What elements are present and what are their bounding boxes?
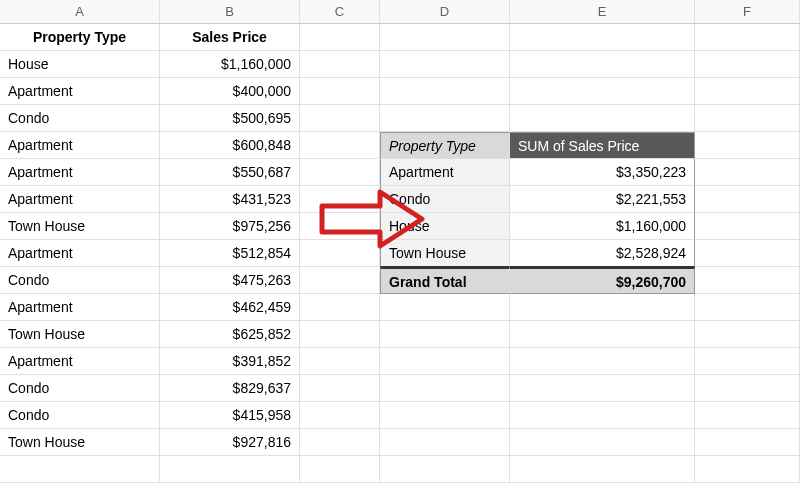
source-cell-type[interactable]: Apartment	[0, 348, 160, 375]
empty-cell[interactable]	[695, 321, 800, 348]
source-cell-type[interactable]: Apartment	[0, 240, 160, 267]
source-cell-price[interactable]: $462,459	[160, 294, 300, 321]
empty-cell[interactable]	[695, 159, 800, 186]
empty-cell[interactable]	[695, 267, 800, 294]
empty-cell[interactable]	[0, 456, 160, 483]
empty-cell[interactable]	[300, 402, 380, 429]
pivot-row-label[interactable]: House	[380, 213, 510, 240]
empty-cell[interactable]	[695, 78, 800, 105]
empty-cell[interactable]	[510, 402, 695, 429]
empty-cell[interactable]	[695, 51, 800, 78]
source-cell-type[interactable]: Apartment	[0, 159, 160, 186]
pivot-row-label[interactable]: Apartment	[380, 159, 510, 186]
pivot-row-value[interactable]: $1,160,000	[510, 213, 695, 240]
pivot-grand-total-label[interactable]: Grand Total	[380, 267, 510, 294]
pivot-row-label[interactable]: Town House	[380, 240, 510, 267]
empty-cell[interactable]	[380, 321, 510, 348]
source-cell-price[interactable]: $927,816	[160, 429, 300, 456]
source-cell-type[interactable]: Town House	[0, 321, 160, 348]
empty-cell[interactable]	[380, 24, 510, 51]
pivot-header-sum[interactable]: SUM of Sales Price	[510, 132, 695, 159]
empty-cell[interactable]	[300, 78, 380, 105]
empty-cell[interactable]	[380, 375, 510, 402]
empty-cell[interactable]	[300, 132, 380, 159]
empty-cell[interactable]	[380, 294, 510, 321]
empty-cell[interactable]	[695, 240, 800, 267]
source-cell-type[interactable]: Condo	[0, 267, 160, 294]
col-header-a[interactable]: A	[0, 0, 160, 24]
empty-cell[interactable]	[695, 213, 800, 240]
empty-cell[interactable]	[510, 348, 695, 375]
empty-cell[interactable]	[300, 159, 380, 186]
pivot-row-value[interactable]: $2,528,924	[510, 240, 695, 267]
empty-cell[interactable]	[510, 456, 695, 483]
empty-cell[interactable]	[300, 267, 380, 294]
empty-cell[interactable]	[510, 294, 695, 321]
source-cell-type[interactable]: Town House	[0, 213, 160, 240]
empty-cell[interactable]	[380, 429, 510, 456]
source-cell-type[interactable]: Town House	[0, 429, 160, 456]
source-header-type[interactable]: Property Type	[0, 24, 160, 51]
empty-cell[interactable]	[510, 78, 695, 105]
empty-cell[interactable]	[510, 24, 695, 51]
empty-cell[interactable]	[300, 375, 380, 402]
source-header-price[interactable]: Sales Price	[160, 24, 300, 51]
empty-cell[interactable]	[510, 51, 695, 78]
source-cell-price[interactable]: $500,695	[160, 105, 300, 132]
source-cell-price[interactable]: $512,854	[160, 240, 300, 267]
empty-cell[interactable]	[300, 51, 380, 78]
source-cell-type[interactable]: Condo	[0, 375, 160, 402]
col-header-f[interactable]: F	[695, 0, 800, 24]
source-cell-price[interactable]: $829,637	[160, 375, 300, 402]
empty-cell[interactable]	[300, 105, 380, 132]
source-cell-price[interactable]: $400,000	[160, 78, 300, 105]
empty-cell[interactable]	[695, 294, 800, 321]
empty-cell[interactable]	[300, 429, 380, 456]
empty-cell[interactable]	[510, 429, 695, 456]
empty-cell[interactable]	[380, 78, 510, 105]
pivot-grand-total-value[interactable]: $9,260,700	[510, 267, 695, 294]
source-cell-price[interactable]: $431,523	[160, 186, 300, 213]
source-cell-type[interactable]: Apartment	[0, 294, 160, 321]
empty-cell[interactable]	[695, 429, 800, 456]
col-header-c[interactable]: C	[300, 0, 380, 24]
spreadsheet-grid[interactable]: A B C D E F Property Type Sales Price Ho…	[0, 0, 800, 483]
empty-cell[interactable]	[300, 186, 380, 213]
empty-cell[interactable]	[300, 213, 380, 240]
col-header-e[interactable]: E	[510, 0, 695, 24]
empty-cell[interactable]	[300, 294, 380, 321]
source-cell-price[interactable]: $1,160,000	[160, 51, 300, 78]
empty-cell[interactable]	[160, 456, 300, 483]
source-cell-type[interactable]: Condo	[0, 402, 160, 429]
empty-cell[interactable]	[300, 24, 380, 51]
pivot-row-value[interactable]: $2,221,553	[510, 186, 695, 213]
empty-cell[interactable]	[300, 348, 380, 375]
empty-cell[interactable]	[695, 402, 800, 429]
source-cell-type[interactable]: Apartment	[0, 78, 160, 105]
source-cell-type[interactable]: Apartment	[0, 132, 160, 159]
empty-cell[interactable]	[300, 456, 380, 483]
empty-cell[interactable]	[695, 456, 800, 483]
empty-cell[interactable]	[695, 348, 800, 375]
source-cell-type[interactable]: Apartment	[0, 186, 160, 213]
empty-cell[interactable]	[695, 186, 800, 213]
empty-cell[interactable]	[380, 348, 510, 375]
empty-cell[interactable]	[695, 132, 800, 159]
empty-cell[interactable]	[695, 24, 800, 51]
empty-cell[interactable]	[380, 105, 510, 132]
source-cell-price[interactable]: $391,852	[160, 348, 300, 375]
source-cell-price[interactable]: $415,958	[160, 402, 300, 429]
col-header-d[interactable]: D	[380, 0, 510, 24]
empty-cell[interactable]	[300, 321, 380, 348]
source-cell-price[interactable]: $550,687	[160, 159, 300, 186]
empty-cell[interactable]	[380, 402, 510, 429]
empty-cell[interactable]	[300, 240, 380, 267]
col-header-b[interactable]: B	[160, 0, 300, 24]
pivot-header-type[interactable]: Property Type	[380, 132, 510, 159]
empty-cell[interactable]	[695, 375, 800, 402]
empty-cell[interactable]	[510, 375, 695, 402]
source-cell-type[interactable]: Condo	[0, 105, 160, 132]
source-cell-type[interactable]: House	[0, 51, 160, 78]
pivot-row-value[interactable]: $3,350,223	[510, 159, 695, 186]
source-cell-price[interactable]: $475,263	[160, 267, 300, 294]
